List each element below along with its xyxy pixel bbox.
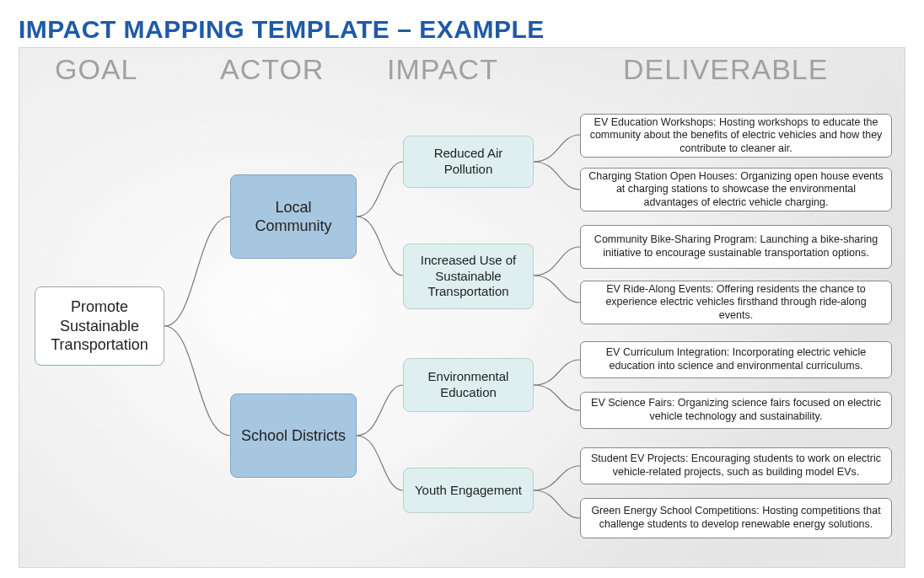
column-headers: GOAL ACTOR IMPACT DELIVERABLE bbox=[19, 48, 905, 99]
actor-node-local-community: Local Community bbox=[230, 174, 357, 259]
page: IMPACT MAPPING TEMPLATE – EXAMPLE GOAL A… bbox=[0, 0, 924, 578]
deliverable-node-ride-along: EV Ride-Along Events: Offering residents… bbox=[580, 281, 892, 324]
page-title: IMPACT MAPPING TEMPLATE – EXAMPLE bbox=[19, 15, 905, 44]
impact-node-sustainable-transport: Increased Use of Sustainable Transportat… bbox=[403, 244, 534, 309]
impact-node-environmental-education: Environmental Education bbox=[403, 358, 534, 412]
header-impact: IMPACT bbox=[387, 53, 498, 86]
impact-node-youth-engagement: Youth Engagement bbox=[403, 468, 534, 513]
diagram-panel: GOAL ACTOR IMPACT DELIVERABLE bbox=[19, 47, 905, 568]
goal-node: Promote Sustainable Transportation bbox=[35, 286, 164, 366]
header-deliverable: DELIVERABLE bbox=[623, 53, 828, 86]
header-goal: GOAL bbox=[55, 53, 137, 86]
actor-node-school-districts: School Districts bbox=[230, 393, 357, 478]
deliverable-node-green-competitions: Green Energy School Competitions: Hostin… bbox=[580, 498, 892, 538]
deliverable-node-student-projects: Student EV Projects: Encouraging student… bbox=[580, 447, 892, 484]
deliverable-node-charging-open-houses: Charging Station Open Houses: Organizing… bbox=[580, 168, 892, 211]
deliverable-node-bike-sharing: Community Bike-Sharing Program: Launchin… bbox=[580, 225, 892, 269]
deliverable-node-science-fairs: EV Science Fairs: Organizing science fai… bbox=[580, 392, 892, 429]
deliverable-node-curriculum-integration: EV Curriculum Integration: Incorporating… bbox=[580, 341, 892, 378]
deliverable-node-ev-workshops: EV Education Workshops: Hosting workshop… bbox=[580, 114, 892, 158]
header-actor: ACTOR bbox=[220, 53, 324, 86]
impact-node-reduced-air-pollution: Reduced Air Pollution bbox=[403, 136, 534, 188]
